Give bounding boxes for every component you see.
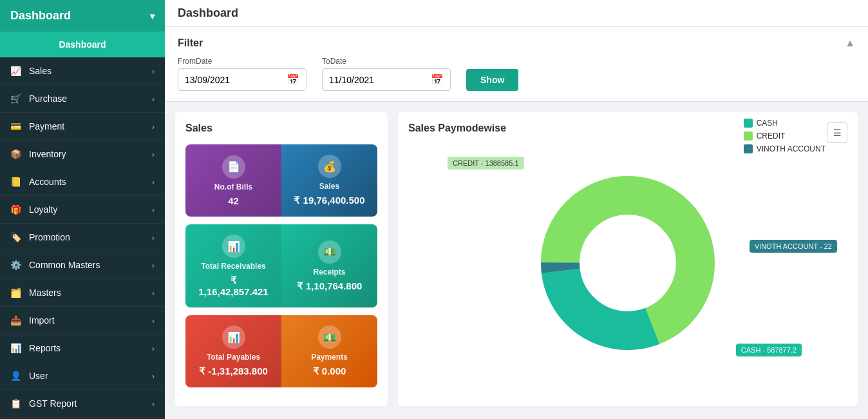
filter-row: FromDate 📅 ToDate 📅 Show: [178, 57, 855, 91]
sidebar-item-reports[interactable]: 📊 Reports ›: [0, 335, 165, 362]
sidebar-item-left-import: 📥 Import: [10, 315, 55, 326]
bills-value: 42: [228, 195, 239, 206]
sidebar-active-dashboard[interactable]: Dashboard: [0, 32, 165, 57]
panels-row: Sales 📄 No.of Bills 42 💰 Sales ₹ 19,76,4…: [165, 102, 868, 416]
bills-half: 📄 No.of Bills 42: [185, 144, 281, 217]
sidebar-item-left-common-masters: ⚙️ Common Masters: [10, 260, 100, 270]
sales-icon: 📈: [10, 66, 21, 76]
donut-chart: CREDIT - 1388585.1 VINOTH ACCOUNT - 22 C…: [531, 166, 724, 360]
sidebar-label-user: User: [29, 371, 48, 381]
filter-title: Filter ▲: [178, 37, 855, 49]
sidebar-header[interactable]: Dashboard ▾: [0, 0, 165, 32]
sidebar-item-left-loyalty: 🎁 Loyalty: [10, 204, 57, 215]
sidebar-item-left-payment: 💳 Payment: [10, 121, 64, 132]
sidebar-item-import[interactable]: 📥 Import ›: [0, 307, 165, 335]
sidebar-item-loyalty[interactable]: 🎁 Loyalty ›: [0, 196, 165, 224]
content-area: Filter ▲ FromDate 📅 ToDate 📅: [165, 27, 868, 419]
arrow-icon: ›: [152, 233, 155, 242]
arrow-icon: ›: [152, 94, 155, 104]
arrow-icon: ›: [152, 66, 155, 76]
sidebar-item-left-inventory: 📦 Inventory: [10, 149, 66, 159]
from-date-field: FromDate 📅: [178, 57, 307, 91]
sales-half: 💰 Sales ₹ 19,76,400.500: [281, 144, 377, 217]
sidebar-item-user[interactable]: 👤 User ›: [0, 362, 165, 390]
bills-sales-card: 📄 No.of Bills 42 💰 Sales ₹ 19,76,400.500: [185, 144, 377, 217]
sidebar-label-reports: Reports: [29, 343, 61, 353]
chart-panel: Sales Paymodewise ☰ CASH CREDIT: [398, 112, 858, 406]
collapse-icon[interactable]: ▲: [845, 37, 855, 49]
calendar-icon-2[interactable]: 📅: [431, 73, 444, 86]
bills-label: No.of Bills: [214, 182, 252, 191]
from-date-input-wrap: 📅: [178, 68, 307, 91]
legend-cash: CASH: [744, 119, 826, 128]
payment-icon: 💳: [10, 121, 21, 132]
payments-icon: 💵: [318, 326, 341, 349]
sidebar-nav: 📈 Sales › 🛒 Purchase › 💳 Payment › 📦 Inv…: [0, 57, 165, 418]
masters-icon: 🗂️: [10, 287, 21, 298]
sidebar-item-promotion[interactable]: 🏷️ Promotion ›: [0, 224, 165, 251]
arrow-icon: ›: [152, 344, 155, 353]
from-date-input[interactable]: [185, 75, 281, 85]
arrow-icon: ›: [152, 371, 155, 381]
sidebar-item-sales[interactable]: 📈 Sales ›: [0, 57, 165, 85]
sidebar-item-payment[interactable]: 💳 Payment ›: [0, 113, 165, 141]
inventory-icon: 📦: [10, 149, 21, 159]
sales-value: ₹ 19,76,400.500: [294, 195, 364, 206]
common-masters-icon: ⚙️: [10, 260, 21, 270]
main-content: Dashboard Filter ▲ FromDate 📅 ToDate: [165, 0, 868, 419]
accounts-icon: 📒: [10, 177, 21, 187]
payables-payments-card: 📊 Total Payables ₹ -1,31,283.800 💵 Payme…: [185, 315, 377, 387]
receipts-half: 💵 Receipts ₹ 1,10,764.800: [281, 224, 377, 307]
cash-legend-label: CASH: [757, 119, 778, 128]
sidebar-label-accounts: Accounts: [29, 177, 66, 187]
sidebar-item-purchase[interactable]: 🛒 Purchase ›: [0, 85, 165, 113]
payments-half: 💵 Payments ₹ 0.000: [281, 315, 377, 387]
arrow-icon: ›: [152, 399, 155, 409]
sales-panel: Sales 📄 No.of Bills 42 💰 Sales ₹ 19,76,4…: [175, 112, 388, 406]
user-icon: 👤: [10, 371, 21, 381]
arrow-icon: ›: [152, 177, 155, 187]
show-button[interactable]: Show: [466, 69, 518, 91]
sidebar-label-promotion: Promotion: [29, 232, 70, 242]
sidebar-item-left-purchase: 🛒 Purchase: [10, 93, 67, 104]
receivables-receipts-card: 📊 Total Receivables ₹ 1,16,42,857.421 💵 …: [185, 224, 377, 307]
sidebar-label-import: Import: [29, 315, 55, 326]
cash-tooltip: CASH - 587877.2: [736, 344, 802, 356]
sidebar-item-common-masters[interactable]: ⚙️ Common Masters ›: [0, 251, 165, 279]
to-date-input[interactable]: [329, 75, 426, 85]
arrow-icon: ›: [152, 288, 155, 298]
sidebar-label-gst-report: GST Report: [29, 398, 77, 409]
bills-icon: 📄: [222, 155, 245, 179]
chart-container: CREDIT - 1388585.1 VINOTH ACCOUNT - 22 C…: [408, 139, 847, 387]
arrow-icon: ›: [152, 205, 155, 215]
cash-legend-dot: [744, 119, 753, 128]
sidebar-item-gst-report[interactable]: 📋 GST Report ›: [0, 390, 165, 418]
sidebar-item-left-user: 👤 User: [10, 371, 48, 381]
sidebar-label-common-masters: Common Masters: [29, 260, 100, 270]
payables-half: 📊 Total Payables ₹ -1,31,283.800: [185, 315, 281, 387]
sidebar-item-accounts[interactable]: 📒 Accounts ›: [0, 168, 165, 196]
payables-label: Total Payables: [207, 353, 260, 362]
receivables-label: Total Receivables: [201, 262, 266, 271]
arrow-icon: ›: [152, 150, 155, 159]
arrow-icon: ›: [152, 316, 155, 326]
payments-value: ₹ 0.000: [313, 365, 346, 377]
sidebar-item-inventory[interactable]: 📦 Inventory ›: [0, 141, 165, 168]
sidebar-label-masters: Masters: [29, 287, 61, 298]
sidebar-item-masters[interactable]: 🗂️ Masters ›: [0, 279, 165, 307]
sales-label: Sales: [319, 182, 339, 191]
hamburger-icon: ☰: [833, 128, 842, 138]
sidebar-label-inventory: Inventory: [29, 149, 66, 159]
payments-label: Payments: [311, 353, 348, 362]
donut-hole: [585, 220, 672, 307]
purchase-icon: 🛒: [10, 93, 21, 104]
calendar-icon[interactable]: 📅: [287, 73, 299, 86]
to-date-input-wrap: 📅: [322, 68, 451, 91]
receipts-icon: 💵: [318, 240, 341, 264]
sidebar-label-loyalty: Loyalty: [29, 204, 57, 215]
sidebar-item-left-masters: 🗂️ Masters: [10, 287, 61, 298]
import-icon: 📥: [10, 315, 21, 326]
sidebar-item-left-sales: 📈 Sales: [10, 66, 52, 76]
receivables-half: 📊 Total Receivables ₹ 1,16,42,857.421: [185, 224, 281, 307]
sidebar: Dashboard ▾ Dashboard 📈 Sales › 🛒 Purcha…: [0, 0, 165, 419]
